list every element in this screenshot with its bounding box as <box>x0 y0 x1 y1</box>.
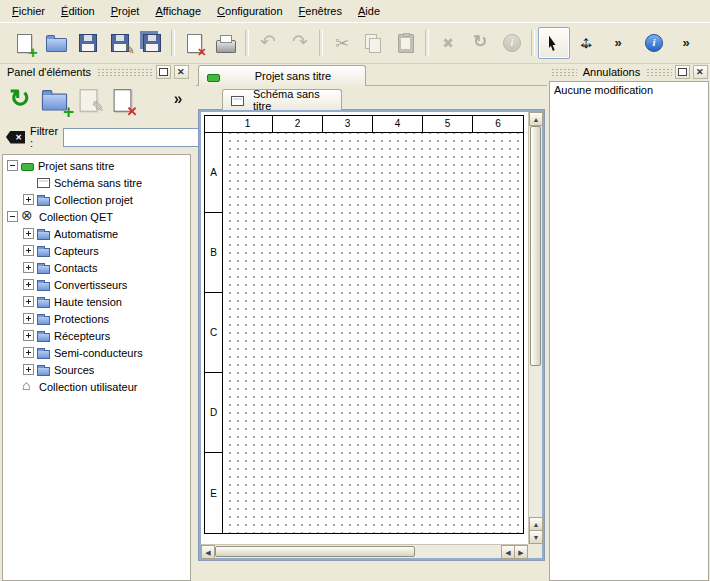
tree-item-contacts[interactable]: Contacts <box>3 259 190 276</box>
scroll-up-button-2[interactable] <box>529 517 543 531</box>
scroll-left-button[interactable] <box>201 545 215 559</box>
paste-button[interactable] <box>390 27 422 59</box>
float-panel-button[interactable] <box>675 65 690 79</box>
visualisation-mode-button[interactable] <box>570 27 602 59</box>
diagram-schema[interactable]: 123456 ABCDE <box>204 115 524 534</box>
menu-fichier[interactable]: Fichier <box>4 1 53 21</box>
toolbar-extension-button[interactable] <box>602 27 634 59</box>
tree-expander[interactable] <box>6 208 19 225</box>
tree-expander[interactable] <box>22 361 35 378</box>
tree-expander[interactable] <box>22 344 35 361</box>
tree-indent <box>6 378 19 395</box>
menu-projet[interactable]: Projet <box>103 1 148 21</box>
redo-button[interactable] <box>284 27 316 59</box>
delete-element-button[interactable] <box>108 86 136 114</box>
scrollbar-corner <box>528 544 542 558</box>
home-icon <box>21 380 35 393</box>
new-document-button[interactable] <box>8 27 40 59</box>
tree-expander[interactable] <box>22 242 35 259</box>
tree-item-label: Collection projet <box>54 194 133 206</box>
tree-expander[interactable] <box>22 276 35 293</box>
scroll-down-button[interactable] <box>529 530 543 544</box>
project-tab[interactable]: Projet sans titre <box>198 65 366 86</box>
tree-item-collection-qet[interactable]: Collection QET <box>3 208 190 225</box>
tree-item-semi-conducteurs[interactable]: Semi-conducteurs <box>3 344 190 361</box>
scroll-right-button[interactable] <box>514 545 528 559</box>
tree-expander[interactable] <box>22 327 35 344</box>
toolbar-extension-button-2[interactable] <box>670 27 702 59</box>
schema-tab[interactable]: Schéma sans titre <box>222 89 342 110</box>
tree-expander[interactable] <box>22 191 35 208</box>
about-button[interactable] <box>638 27 670 59</box>
save-button[interactable] <box>72 27 104 59</box>
tree-item-collection-utilisateur[interactable]: Collection utilisateur <box>3 378 190 395</box>
copy-button[interactable] <box>358 27 390 59</box>
tree-item-convertisseurs[interactable]: Convertisseurs <box>3 276 190 293</box>
folder-plus-icon <box>41 94 66 111</box>
tree-item-haute-tension[interactable]: Haute tension <box>3 293 190 310</box>
plus-box-icon <box>23 313 34 324</box>
horizontal-scroll-thumb[interactable] <box>215 546 415 557</box>
tree-item-capteurs[interactable]: Capteurs <box>3 242 190 259</box>
rotate-arrow-icon <box>472 35 488 51</box>
toolbar-separator <box>531 30 535 56</box>
tree-item-sources[interactable]: Sources <box>3 361 190 378</box>
rotate-button[interactable] <box>464 27 496 59</box>
save-all-button[interactable] <box>136 27 168 59</box>
tree-item-schema-sans-titre[interactable]: Schéma sans titre <box>3 174 190 191</box>
menu-fenetres[interactable]: Fenêtres <box>291 1 350 21</box>
clipboard-icon <box>398 34 414 53</box>
delete-button[interactable] <box>432 27 464 59</box>
diagram-viewport[interactable]: 123456 ABCDE <box>201 112 528 544</box>
tree-expander[interactable] <box>22 310 35 327</box>
tree-item-recepteurs[interactable]: Récepteurs <box>3 327 190 344</box>
column-label: 5 <box>423 116 473 132</box>
selection-mode-button[interactable] <box>538 27 570 59</box>
undo-list-item[interactable]: Aucune modification <box>550 82 708 98</box>
tree-expander[interactable] <box>6 157 19 174</box>
new-element-button[interactable] <box>40 86 68 114</box>
float-icon <box>678 68 687 76</box>
tree-expander[interactable] <box>22 225 35 242</box>
save-as-button[interactable] <box>104 27 136 59</box>
tree-expander[interactable] <box>22 293 35 310</box>
tree-expander[interactable] <box>22 259 35 276</box>
undo-button[interactable] <box>252 27 284 59</box>
minus-box-icon <box>7 211 18 222</box>
tree-item-protections[interactable]: Protections <box>3 310 190 327</box>
plus-box-icon <box>23 262 34 273</box>
grid-area[interactable] <box>223 133 523 533</box>
filter-input[interactable] <box>63 128 213 147</box>
tree-item-automatisme[interactable]: Automatisme <box>3 225 190 242</box>
clear-filter-button[interactable] <box>6 131 25 144</box>
print-button[interactable] <box>210 27 242 59</box>
scroll-up-button[interactable] <box>529 112 543 126</box>
vertical-scroll-thumb[interactable] <box>530 126 541 366</box>
element-info-button[interactable] <box>496 27 528 59</box>
close-file-button[interactable] <box>178 27 210 59</box>
horizontal-scrollbar[interactable] <box>201 544 528 558</box>
menu-configuration[interactable]: Configuration <box>209 1 290 21</box>
cut-button[interactable] <box>326 27 358 59</box>
collections-toolbar-extension-button[interactable] <box>171 90 185 110</box>
tree-item-label: Collection QET <box>39 211 113 223</box>
move-cross-icon <box>577 34 595 52</box>
folder-icon <box>37 299 50 308</box>
folder-icon <box>37 231 50 240</box>
float-panel-button[interactable] <box>156 65 171 79</box>
menu-edition[interactable]: Édition <box>53 1 103 21</box>
menu-affichage[interactable]: Affichage <box>147 1 209 21</box>
tree-item-collection-projet[interactable]: Collection projet <box>3 191 190 208</box>
vertical-scrollbar[interactable] <box>528 112 542 544</box>
folder-icon <box>37 265 50 274</box>
tree-item-projet-sans-titre[interactable]: Projet sans titre <box>3 157 190 174</box>
scroll-left-button-2[interactable] <box>501 545 515 559</box>
floppy-icon <box>79 34 97 52</box>
menu-aide[interactable]: Aide <box>350 1 388 21</box>
schema-tabbar: Schéma sans titre <box>196 88 547 110</box>
edit-element-button[interactable] <box>74 86 102 114</box>
close-panel-button[interactable] <box>174 65 189 79</box>
open-project-button[interactable] <box>40 27 72 59</box>
close-panel-button[interactable] <box>693 65 708 79</box>
reload-collections-button[interactable] <box>6 86 34 114</box>
